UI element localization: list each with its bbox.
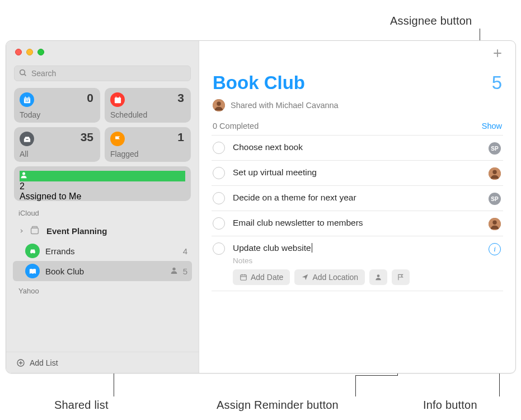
reminder-notes-input[interactable]: Notes [233,256,486,265]
svg-point-14 [34,252,35,253]
list-total-count: 5 [492,72,502,94]
smart-label: Today [20,110,95,119]
completed-count-label: 0 Completed [213,122,259,130]
text-cursor [312,243,312,253]
assignee-button[interactable]: SP [489,193,501,205]
smart-list-assigned[interactable]: 2 Assigned to Me [14,166,191,201]
sidebar-lists: Event Planning Errands 4 Book Club 5 [6,221,199,281]
reminder-items: Choose next book SP Set up virtual meeti… [199,135,515,291]
svg-rect-8 [115,96,116,98]
search-input[interactable] [14,66,191,81]
zoom-window-button[interactable] [37,49,44,55]
callout-line [114,373,114,396]
smart-list-today[interactable]: 12 0 Today [14,88,100,123]
assignee-button[interactable] [489,167,501,180]
reminder-quick-actions: Add Date Add Location [233,269,486,285]
search-field-wrapper [14,66,191,81]
new-reminder-button[interactable] [492,48,503,61]
minimize-window-button[interactable] [26,49,33,55]
complete-toggle[interactable] [213,217,225,230]
smart-count: 35 [81,130,93,144]
add-list-button[interactable]: Add List [6,352,199,373]
reminder-title[interactable]: Email club newsletter to members [233,217,486,229]
svg-rect-27 [241,275,247,280]
reminder-row[interactable]: Choose next book SP [212,135,503,160]
smart-list-all[interactable]: 35 All [14,127,100,162]
sidebar: 12 0 Today 3 Scheduled 35 All [6,41,199,373]
svg-rect-5 [29,96,29,98]
reminder-title[interactable]: Choose next book [233,141,486,153]
annotation-assign-reminder: Assign Reminder button [217,399,339,412]
info-button[interactable]: i [489,243,501,255]
shared-with-row[interactable]: Shared with Michael Cavanna [199,94,515,111]
app-window: 12 0 Today 3 Scheduled 35 All [6,40,516,374]
chevron-right-icon[interactable] [17,228,25,234]
assignee-button[interactable] [489,218,501,230]
smart-count: 2 [20,181,185,192]
reminder-title-input[interactable]: Update club website [233,242,486,254]
list-header: Book Club 5 [199,41,515,94]
smart-list-flagged[interactable]: 1 Flagged [105,127,191,162]
search-icon [18,68,27,80]
sidebar-item-book-club[interactable]: Book Club 5 [13,261,192,281]
smart-label: Scheduled [110,110,185,119]
svg-point-22 [217,102,220,106]
chip-label: Add Location [312,273,358,282]
section-label-yahoo: Yahoo [6,281,199,296]
svg-point-24 [492,170,496,174]
reminder-title[interactable]: Set up virtual meeting [233,166,486,179]
svg-line-1 [24,74,26,76]
complete-toggle[interactable] [213,192,225,204]
assign-reminder-button[interactable] [369,269,387,285]
assignee-button[interactable]: SP [489,142,501,155]
callout-line [355,375,397,376]
svg-point-26 [492,221,496,225]
complete-toggle[interactable] [213,167,225,179]
annotation-info-button: Info button [423,399,477,412]
svg-point-10 [22,172,25,175]
smart-list-scheduled[interactable]: 3 Scheduled [105,88,191,123]
svg-rect-12 [32,226,37,228]
reminder-row[interactable]: Email club newsletter to members [212,211,503,236]
add-location-button[interactable]: Add Location [294,269,365,285]
calendar-icon: 12 [20,92,34,107]
close-window-button[interactable] [15,49,22,55]
sidebar-item-errands[interactable]: Errands 4 [13,241,192,261]
reminder-title[interactable]: Decide on a theme for next year [233,192,486,204]
book-icon [25,264,40,278]
reminder-row-editing[interactable]: Update club website Notes Add Date Add L… [212,236,503,291]
svg-point-15 [172,267,175,270]
sidebar-item-event-planning[interactable]: Event Planning [13,221,192,241]
svg-rect-7 [114,97,120,103]
main-panel: Book Club 5 Shared with Michael Cavanna … [199,41,515,373]
car-icon [25,244,40,258]
add-date-button[interactable]: Add Date [233,269,290,285]
show-completed-button[interactable]: Show [482,122,502,130]
svg-point-13 [31,252,32,253]
reminder-row[interactable]: Set up virtual meeting [212,160,503,185]
chip-label: Add Date [251,273,283,282]
calendar-icon [110,92,125,107]
annotation-assignee-button: Assignee button [390,15,472,27]
reminder-row[interactable]: Decide on a theme for next year SP [212,185,503,211]
shared-icon [170,266,179,277]
list-name: Errands [45,246,179,256]
annotation-shared-list: Shared list [54,399,109,412]
complete-toggle[interactable] [213,142,225,154]
person-icon [20,171,185,181]
completed-row: 0 Completed Show [199,111,515,135]
add-list-label: Add List [30,358,58,367]
list-name: Event Planning [46,226,187,236]
smart-count: 3 [177,91,184,105]
smart-count: 0 [87,91,93,105]
smart-lists-grid: 12 0 Today 3 Scheduled 35 All [6,88,199,201]
svg-rect-11 [31,228,39,234]
complete-toggle[interactable] [213,242,225,255]
flag-reminder-button[interactable] [392,269,410,285]
svg-text:12: 12 [25,99,29,102]
smart-count: 1 [177,130,184,144]
list-title: Book Club [213,72,305,94]
smart-label: Assigned to Me [20,192,185,202]
window-controls [6,41,199,59]
folder-stack-icon [29,224,41,238]
